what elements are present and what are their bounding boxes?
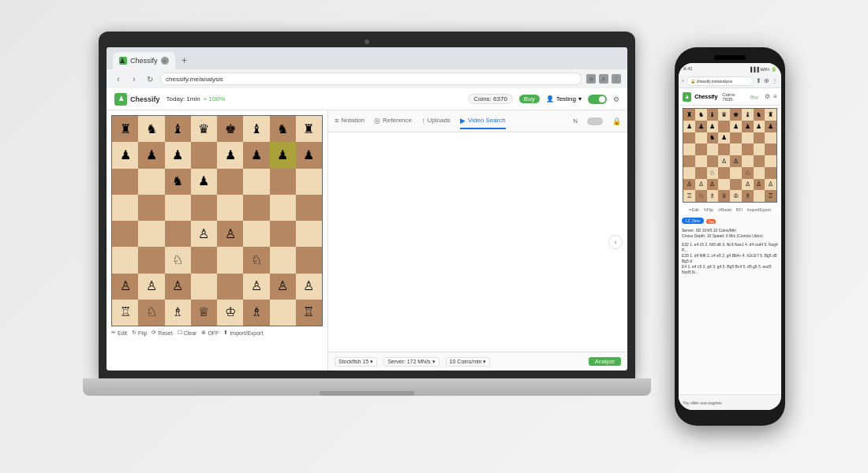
chess-cell-d2[interactable] bbox=[191, 274, 217, 300]
chess-cell-d3[interactable] bbox=[191, 247, 217, 273]
chess-cell-h1[interactable]: ♖ bbox=[296, 300, 322, 326]
chess-cell-b1[interactable]: ♘ bbox=[138, 300, 164, 326]
chess-cell-f2[interactable]: ♙ bbox=[243, 274, 269, 300]
tab-close-icon[interactable]: × bbox=[161, 57, 169, 65]
p-b5[interactable] bbox=[695, 143, 707, 155]
new-tab-button[interactable]: + bbox=[178, 54, 191, 67]
p-f8[interactable]: ♝ bbox=[742, 109, 754, 121]
chess-cell-g5[interactable] bbox=[270, 195, 296, 221]
chess-cell-g6[interactable] bbox=[270, 169, 296, 195]
chess-cell-d6[interactable]: ♟ bbox=[191, 169, 217, 195]
chess-cell-d1[interactable]: ♕ bbox=[191, 300, 217, 326]
p-b7[interactable]: ♟ bbox=[695, 121, 707, 132]
p-c4[interactable] bbox=[707, 155, 719, 167]
chess-cell-c2[interactable]: ♙ bbox=[165, 274, 191, 300]
chess-cell-f5[interactable] bbox=[243, 195, 269, 221]
p-h4[interactable] bbox=[765, 155, 776, 167]
edit-button[interactable]: ✏ Edit bbox=[111, 330, 127, 336]
chess-cell-f4[interactable] bbox=[243, 221, 269, 247]
p-c6[interactable]: ♞ bbox=[707, 132, 719, 144]
cost-selector[interactable]: 10 Coins/min ▾ bbox=[446, 357, 491, 367]
p-a4[interactable] bbox=[683, 155, 695, 167]
p-c5[interactable] bbox=[707, 143, 719, 155]
off-button[interactable]: ⊗ OFF bbox=[201, 330, 219, 336]
phone-reset-btn[interactable]: ⟳Reset bbox=[718, 207, 731, 212]
p-a1[interactable]: ♖ bbox=[683, 190, 695, 202]
p-a2[interactable]: ♙ bbox=[683, 179, 695, 191]
p-d5[interactable] bbox=[718, 143, 730, 155]
p-f6[interactable] bbox=[742, 132, 754, 144]
p-f1[interactable]: ♗ bbox=[742, 190, 754, 202]
address-bar[interactable]: chessify.me/analysis bbox=[160, 73, 582, 85]
p-e5[interactable] bbox=[730, 143, 742, 155]
tab-video-search[interactable]: ▶ Video Search bbox=[460, 114, 506, 129]
p-d7[interactable] bbox=[718, 121, 730, 132]
p-a6[interactable] bbox=[683, 132, 695, 144]
scroll-right-button[interactable]: › bbox=[608, 235, 623, 249]
p-f2[interactable]: ♙ bbox=[742, 179, 754, 191]
back-button[interactable]: ‹ bbox=[113, 73, 124, 84]
p-g2[interactable]: ♙ bbox=[754, 179, 765, 191]
p-f5[interactable] bbox=[742, 143, 754, 155]
chess-cell-b5[interactable] bbox=[138, 195, 164, 221]
toggle-switch[interactable] bbox=[588, 95, 607, 104]
chess-cell-b4[interactable] bbox=[138, 221, 164, 247]
chess-cell-f3[interactable]: ♘ bbox=[243, 247, 269, 273]
chess-cell-a7[interactable]: ♟ bbox=[112, 142, 138, 168]
browser-profile-icon[interactable]: A bbox=[599, 74, 608, 84]
p-h7[interactable]: ♟ bbox=[765, 121, 776, 132]
p-c1[interactable]: ♗ bbox=[707, 190, 719, 202]
chess-cell-d8[interactable]: ♛ bbox=[191, 116, 217, 142]
p-e4[interactable]: ♙ bbox=[730, 155, 742, 167]
chess-cell-h4[interactable] bbox=[296, 221, 322, 247]
chess-cell-h5[interactable] bbox=[296, 195, 322, 221]
chess-cell-g4[interactable] bbox=[270, 221, 296, 247]
p-g4[interactable] bbox=[754, 155, 765, 167]
chess-cell-b3[interactable] bbox=[138, 247, 164, 273]
p-d3[interactable] bbox=[718, 167, 730, 179]
chess-cell-c1[interactable]: ♗ bbox=[165, 300, 191, 326]
chess-cell-e6[interactable] bbox=[217, 169, 243, 195]
chess-cell-g2[interactable]: ♙ bbox=[270, 274, 296, 300]
reset-button[interactable]: ⟳ Reset bbox=[152, 330, 172, 336]
buy-button[interactable]: Buy bbox=[519, 95, 540, 103]
p-a5[interactable] bbox=[683, 143, 695, 155]
chess-cell-d5[interactable] bbox=[191, 195, 217, 221]
chess-cell-c7[interactable]: ♟ bbox=[165, 142, 191, 168]
chess-cell-e5[interactable] bbox=[217, 195, 243, 221]
phone-address-bar[interactable]: 🔒 chessify.me/analysis bbox=[687, 76, 754, 86]
chess-cell-c3[interactable]: ♘ bbox=[165, 247, 191, 273]
phone-settings-icon[interactable]: ⚙ bbox=[765, 93, 770, 100]
p-g1[interactable] bbox=[754, 190, 765, 202]
panel-toggle[interactable] bbox=[587, 117, 603, 125]
chess-cell-e7[interactable]: ♟ bbox=[217, 142, 243, 168]
p-d1[interactable]: ♕ bbox=[718, 190, 730, 202]
p-g6[interactable] bbox=[754, 132, 765, 144]
chess-cell-f8[interactable]: ♝ bbox=[243, 116, 269, 142]
p-a8[interactable]: ♜ bbox=[683, 109, 695, 121]
p-h6[interactable] bbox=[765, 132, 776, 144]
chess-cell-a2[interactable]: ♙ bbox=[112, 274, 138, 300]
browser-tab-chessify[interactable]: ♟ Chessify × bbox=[113, 52, 175, 69]
p-b8[interactable]: ♞ bbox=[695, 109, 707, 121]
p-e1[interactable]: ♔ bbox=[730, 190, 742, 202]
user-menu[interactable]: 👤 Testing ▾ bbox=[546, 95, 582, 102]
p-a3[interactable] bbox=[683, 167, 695, 179]
chess-cell-h8[interactable]: ♜ bbox=[296, 116, 322, 142]
p-d2[interactable] bbox=[718, 179, 730, 191]
settings-icon[interactable]: ⚙ bbox=[613, 95, 619, 103]
reload-button[interactable]: ↻ bbox=[144, 73, 155, 84]
chess-cell-g8[interactable]: ♞ bbox=[270, 116, 296, 142]
engine-selector[interactable]: Stockfish 15 ▾ bbox=[335, 357, 377, 367]
chess-cell-f7[interactable]: ♟ bbox=[243, 142, 269, 168]
chess-cell-b8[interactable]: ♞ bbox=[138, 116, 164, 142]
p-g3[interactable] bbox=[754, 167, 765, 179]
phone-edit-btn[interactable]: ✏Edit bbox=[689, 207, 699, 212]
p-c3[interactable]: ♘ bbox=[707, 167, 719, 179]
p-b6[interactable] bbox=[695, 132, 707, 144]
p-c2[interactable]: ♙ bbox=[707, 179, 719, 191]
phone-share-icon[interactable]: ⬆ bbox=[756, 77, 761, 84]
chess-cell-a6[interactable] bbox=[112, 169, 138, 195]
chess-cell-a3[interactable] bbox=[112, 247, 138, 273]
p-e3[interactable] bbox=[730, 167, 742, 179]
